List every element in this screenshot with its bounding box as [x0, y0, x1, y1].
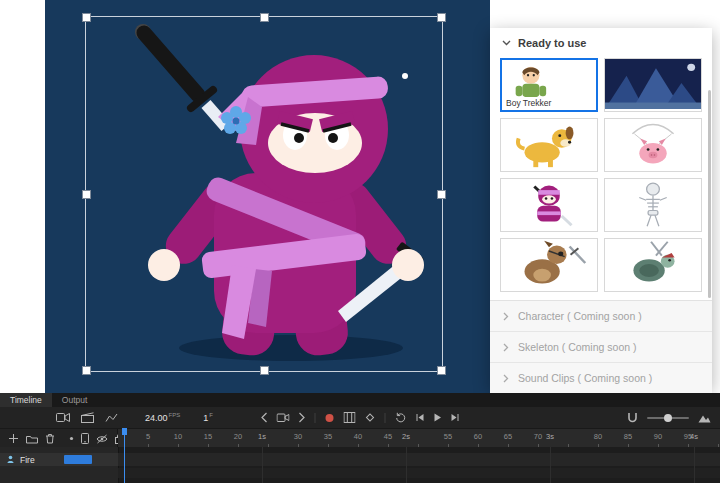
ruler-label: 85 [624, 432, 632, 441]
mountain-icon [698, 413, 711, 423]
resize-handle-middle-left[interactable] [82, 190, 91, 199]
anchor-point-handle[interactable] [402, 73, 408, 79]
section-skeleton[interactable]: Skeleton ( Coming soon ) [490, 332, 712, 363]
app-window: Ready to use Boy Trekker [0, 0, 720, 483]
library-item-yellow-dog[interactable] [500, 118, 598, 172]
next-frame-button[interactable] [451, 413, 460, 422]
filmstrip-button[interactable] [344, 412, 356, 423]
purple-ninja-thumbnail [501, 179, 597, 229]
ruler-label: 15 [204, 432, 212, 441]
toolbar-divider [315, 413, 316, 423]
empty-track-lane[interactable] [118, 468, 720, 478]
ruler-label: 30 [294, 432, 302, 441]
section-character[interactable]: Character ( Coming soon ) [490, 301, 712, 332]
phone-icon [81, 433, 89, 444]
previous-frame-button[interactable] [416, 413, 425, 422]
library-item-skeleton[interactable] [604, 178, 702, 232]
tab-timeline[interactable]: Timeline [0, 393, 52, 407]
selection-box[interactable] [85, 16, 443, 372]
play-button[interactable] [434, 413, 442, 422]
second-gridline [262, 447, 263, 483]
go-to-camera-button[interactable] [277, 413, 290, 423]
back-sword-icon [135, 24, 226, 127]
scene-button[interactable] [81, 412, 94, 423]
add-track-button[interactable] [8, 433, 19, 444]
section-sound-clips[interactable]: Sound Clips ( Coming soon ) [490, 363, 712, 394]
second-gridline [550, 447, 551, 483]
thumbnail-label: Boy Trekker [502, 97, 596, 110]
yellow-dog-thumbnail [501, 119, 597, 169]
graph-icon [105, 412, 118, 423]
ruler-label: 90 [654, 432, 662, 441]
fps-value: 24.00 [145, 413, 168, 423]
tab-label: Output [62, 395, 88, 405]
camera-button[interactable] [56, 412, 70, 423]
zoom-slider[interactable] [647, 417, 689, 419]
track-header-column: Fire [0, 447, 119, 483]
tab-label: Timeline [10, 395, 42, 405]
puppet-icon [6, 455, 15, 464]
left-hand [148, 249, 180, 281]
timeline-ruler[interactable]: 51015201s303540452s556065703s808590954s [118, 429, 720, 448]
trash-icon [45, 433, 55, 444]
pirate-dog-thumbnail [501, 239, 597, 289]
stage-canvas[interactable] [45, 0, 490, 393]
delete-button[interactable] [45, 433, 55, 444]
visibility-button[interactable] [96, 434, 108, 444]
toolbar-divider [385, 413, 386, 423]
track-label: Fire [20, 455, 35, 465]
panel-scrollbar[interactable] [708, 90, 711, 298]
record-button[interactable] [325, 413, 335, 423]
library-item-pirate-dog[interactable] [500, 238, 598, 292]
playhead[interactable] [124, 428, 125, 483]
library-item-turtle-warrior[interactable] [604, 238, 702, 292]
step-forward-button[interactable] [299, 412, 306, 423]
ruler-label: 45 [384, 432, 392, 441]
resize-handle-top-right[interactable] [437, 13, 446, 22]
graph-button[interactable] [105, 412, 118, 423]
ruler-label: 40 [354, 432, 362, 441]
folder-icon [26, 434, 38, 444]
loop-button[interactable] [395, 412, 407, 423]
resize-handle-bottom-middle[interactable] [260, 366, 269, 375]
frame-field[interactable]: 1F [203, 412, 213, 423]
snapping-button[interactable] [627, 412, 638, 423]
section-label: Skeleton ( Coming soon ) [518, 341, 636, 353]
chevron-right-icon [299, 412, 306, 423]
track-tools [0, 429, 118, 448]
library-item-boy-trekker[interactable]: Boy Trekker [500, 58, 598, 112]
library-item-mountain-scene[interactable] [604, 58, 702, 112]
section-label: Sound Clips ( Coming soon ) [518, 372, 652, 384]
scene-slate-icon [81, 412, 94, 423]
pink-pig-thumbnail [605, 119, 701, 169]
fire-track-clip[interactable] [64, 455, 92, 464]
resize-handle-bottom-right[interactable] [437, 366, 446, 375]
zoom-slider-knob[interactable] [664, 414, 672, 422]
library-item-purple-ninja[interactable] [500, 178, 598, 232]
ruler-label: 4s [690, 432, 698, 441]
resize-handle-middle-right[interactable] [437, 190, 446, 199]
step-back-button[interactable] [261, 412, 268, 423]
ready-to-use-header[interactable]: Ready to use [490, 28, 712, 58]
second-gridline [694, 447, 695, 483]
zoom-fit-button[interactable] [698, 413, 711, 423]
new-folder-button[interactable] [26, 434, 38, 444]
resize-handle-bottom-left[interactable] [82, 366, 91, 375]
fps-field[interactable]: 24.00FPS [145, 412, 180, 423]
ninja-puppet[interactable] [86, 17, 440, 369]
fire-track-lane[interactable] [118, 453, 720, 466]
ruler-label: 80 [594, 432, 602, 441]
toggle-dot-button[interactable] [69, 436, 74, 441]
device-button[interactable] [81, 433, 89, 444]
timeline-tracks: Fire [0, 447, 720, 483]
resize-handle-top-middle[interactable] [260, 13, 269, 22]
mountain-scene-thumbnail [605, 59, 701, 109]
library-panel: Ready to use Boy Trekker [490, 28, 712, 389]
tab-output[interactable]: Output [52, 393, 98, 407]
library-item-pink-pig[interactable] [604, 118, 702, 172]
resize-handle-top-left[interactable] [82, 13, 91, 22]
track-row-fire[interactable]: Fire [0, 453, 118, 466]
chevron-down-icon [502, 40, 511, 46]
keyframe-button[interactable] [365, 412, 376, 423]
eye-off-icon [96, 434, 108, 444]
